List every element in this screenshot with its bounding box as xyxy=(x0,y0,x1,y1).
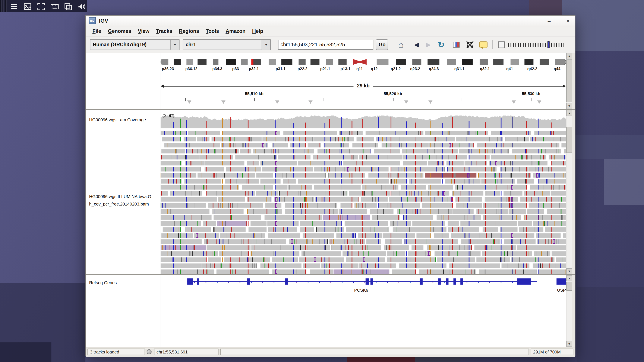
home-icon[interactable]: ⌂ xyxy=(395,39,406,50)
cytoband-label: p22.2 xyxy=(298,66,308,71)
cytoband-label: q32.1 xyxy=(480,66,490,71)
cytoband-label: q24.3 xyxy=(429,66,439,71)
chromosome-ideogram[interactable] xyxy=(160,59,566,65)
tooltip-bubble-icon[interactable] xyxy=(478,39,489,50)
roi-marker-icon xyxy=(187,100,191,104)
cytoband-label: q23.2 xyxy=(410,66,420,71)
chevron-down-icon[interactable]: ▼ xyxy=(262,40,270,50)
zoom-tick xyxy=(523,43,524,47)
menu-tools[interactable]: Tools xyxy=(202,27,222,35)
memory-status[interactable]: 291M of 700M xyxy=(530,349,573,355)
alignment-track-name-line2[interactable]: h_cov_pcr_free.20140203.bam xyxy=(89,201,149,206)
scroll-down-icon[interactable]: ▼ xyxy=(566,341,572,347)
gene-track-name[interactable]: Refseq Genes xyxy=(89,280,116,285)
gene-strand-arrow-icon: › xyxy=(205,279,207,284)
gene-strand-arrow-icon: › xyxy=(273,279,275,284)
close-button[interactable]: × xyxy=(564,17,572,25)
scroll-up-icon[interactable]: ▲ xyxy=(566,275,572,281)
gene-strand-arrow-icon: › xyxy=(342,279,343,284)
maximize-button[interactable]: □ xyxy=(555,17,562,25)
menu-tracks[interactable]: Tracks xyxy=(153,27,176,35)
alignment-scrollbar[interactable]: ▲ ▼ xyxy=(566,110,572,274)
gene-strand-arrow-icon: › xyxy=(489,279,490,284)
alignment-canvas[interactable] xyxy=(160,110,566,274)
scroll-up-icon[interactable]: ▲ xyxy=(566,53,572,59)
zoom-out-button[interactable]: – xyxy=(498,41,505,48)
cytoband-label: q11 xyxy=(356,66,363,71)
cytoband xyxy=(412,59,421,65)
menu-genomes[interactable]: Genomes xyxy=(105,27,134,35)
cytoband xyxy=(480,59,488,65)
cytoband xyxy=(346,59,353,65)
cytoband xyxy=(428,59,440,65)
roi-marker-icon xyxy=(222,100,226,104)
gene-strand-arrow-icon: › xyxy=(478,279,479,284)
zoom-tick xyxy=(542,43,544,47)
menu-icon[interactable] xyxy=(9,2,19,11)
scrollbar-thumb[interactable] xyxy=(566,282,572,291)
gene-exon xyxy=(420,278,422,285)
menu-amazon[interactable]: Amazon xyxy=(222,27,249,35)
cursor-position-status: chr1:55,531,691 xyxy=(154,349,218,355)
zoom-slider-thumb[interactable] xyxy=(548,41,550,48)
scrollbar-thumb[interactable] xyxy=(566,127,572,153)
scrollbar-thumb[interactable] xyxy=(566,59,572,102)
gene-scrollbar[interactable]: ▲ ▼ xyxy=(566,275,572,347)
forward-icon[interactable]: ▶ xyxy=(422,39,434,50)
zoom-tick xyxy=(561,43,562,47)
region-tool-icon[interactable] xyxy=(450,39,462,50)
cytoband-label: p33 xyxy=(232,66,239,71)
ruler-tick-label: 55,520 kb xyxy=(384,91,402,96)
zoom-tick xyxy=(520,43,521,47)
title-bar[interactable]: igv IGV – □ × xyxy=(86,15,575,27)
copy-windows-icon[interactable] xyxy=(63,2,73,11)
zoom-slider[interactable] xyxy=(508,40,574,49)
gene-strand-arrow-icon: › xyxy=(376,279,377,284)
scroll-up-icon[interactable]: ▲ xyxy=(566,110,572,116)
genome-combobox[interactable]: Human (GRCh37/hg19) ▼ xyxy=(90,39,179,50)
gene-strand-arrow-icon: › xyxy=(307,279,309,284)
go-button[interactable]: Go xyxy=(376,39,388,50)
zoom-tick xyxy=(510,43,512,47)
chevron-down-icon[interactable]: ▼ xyxy=(170,40,179,50)
back-icon[interactable]: ◀ xyxy=(410,39,422,50)
menu-file[interactable]: File xyxy=(89,27,104,35)
refresh-icon[interactable]: ↻ xyxy=(436,39,447,50)
gene-exon xyxy=(285,278,288,285)
scroll-down-icon[interactable]: ▼ xyxy=(566,103,572,109)
cytoband xyxy=(447,59,456,65)
gene-track[interactable]: PCSK9 USP2 ›››››››››››››››››››››››››››››… xyxy=(160,275,566,347)
images-icon[interactable] xyxy=(23,2,32,11)
ideogram-scrollbar[interactable]: ▲ ▼ xyxy=(566,53,572,109)
chromosome-combobox[interactable]: chr1 ▼ xyxy=(183,39,271,50)
cytoband xyxy=(206,59,213,65)
zoom-tick xyxy=(525,43,526,47)
cytoband xyxy=(338,59,346,65)
alignment-track-name-line1[interactable]: HG00096.wgs.ILLUMINA.bwa.G xyxy=(89,194,151,199)
zoom-tick xyxy=(564,43,564,47)
menu-view[interactable]: View xyxy=(134,27,153,35)
gene-exon xyxy=(438,278,441,285)
roi-marker-icon xyxy=(537,100,541,104)
coverage-track-name[interactable]: HG00096.wgs...am Coverage xyxy=(89,117,146,122)
audio-icon[interactable] xyxy=(77,2,87,11)
cytoband xyxy=(299,59,306,65)
cytoband xyxy=(540,59,549,65)
minimize-button[interactable]: – xyxy=(545,17,553,25)
menu-regions[interactable]: Regions xyxy=(176,27,202,35)
gene-strand-arrow-icon: › xyxy=(466,279,468,284)
gene-label-pcsk9[interactable]: PCSK9 xyxy=(354,287,368,292)
resize-fit-icon[interactable] xyxy=(464,39,476,50)
gene-label-usp2[interactable]: USP2 xyxy=(557,287,566,292)
keyboard-icon[interactable] xyxy=(50,2,60,11)
cytoband-label: q41 xyxy=(506,66,513,71)
wallpaper-patch xyxy=(575,135,644,159)
wallpaper-patch xyxy=(577,287,644,362)
locus-input[interactable] xyxy=(278,40,373,50)
cytoband xyxy=(276,59,282,65)
roi-marker-icon xyxy=(512,100,516,104)
menu-help[interactable]: Help xyxy=(249,27,266,35)
scroll-down-icon[interactable]: ▼ xyxy=(566,268,572,274)
cytoband-label: p36.12 xyxy=(185,66,198,71)
fullscreen-icon[interactable] xyxy=(36,2,46,11)
